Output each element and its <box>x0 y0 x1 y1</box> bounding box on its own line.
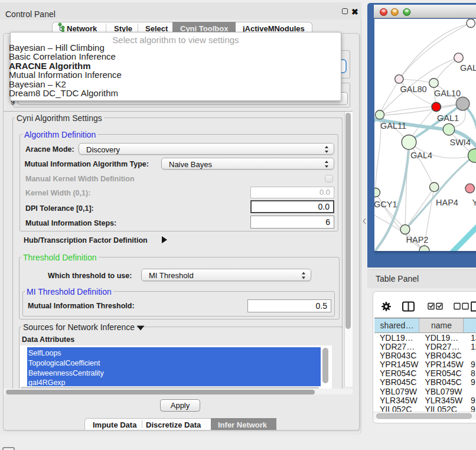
svg-text:GAL10: GAL10 <box>434 89 461 98</box>
svg-text:Y: Y <box>472 198 476 207</box>
svg-text:GAL4: GAL4 <box>410 151 432 160</box>
svg-text:HAP2: HAP2 <box>406 235 429 244</box>
svg-text:SWI4: SWI4 <box>450 138 471 147</box>
svg-text:GAL11: GAL11 <box>380 121 406 131</box>
svg-text:GAL1: GAL1 <box>437 113 459 123</box>
svg-text:GCY1: GCY1 <box>374 200 397 209</box>
svg-text:HAP4: HAP4 <box>436 198 458 207</box>
svg-text:GAL7: GAL7 <box>460 63 476 73</box>
svg-text:GAL80: GAL80 <box>400 84 427 94</box>
